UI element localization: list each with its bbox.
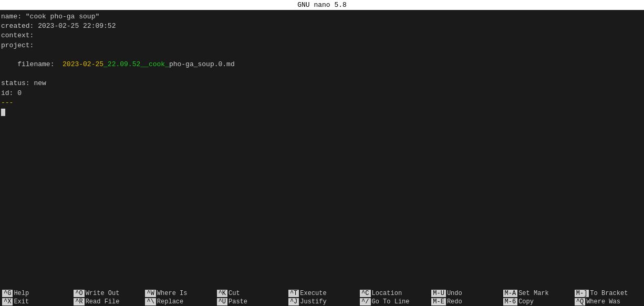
shortcut-row-2: ^X Exit ^R Read File ^\ Replace ^U Paste… bbox=[0, 298, 644, 306]
shortcut-key-to-bracket: M-] bbox=[575, 290, 589, 297]
shortcut-label-undo: Undo bbox=[447, 290, 462, 297]
title-text: GNU nano 5.8 bbox=[297, 1, 347, 9]
shortcut-label-to-bracket: To Bracket bbox=[590, 290, 628, 297]
shortcut-go-to-line[interactable]: ^/ Go To Line bbox=[358, 298, 429, 306]
shortcut-exit[interactable]: ^X Exit bbox=[0, 298, 71, 306]
filename-date: 2023-02-25 bbox=[63, 60, 103, 68]
shortcut-label-go-to-line: Go To Line bbox=[372, 298, 410, 305]
shortcut-redo[interactable]: M-E Redo bbox=[429, 298, 501, 306]
line-3: context: bbox=[1, 31, 643, 40]
shortcut-justify[interactable]: ^J Justify bbox=[286, 298, 358, 306]
shortcut-key-set-mark: M-A bbox=[503, 290, 518, 297]
shortcut-key-location: ^C bbox=[360, 290, 370, 297]
shortcut-key-help: ^G bbox=[2, 290, 13, 297]
filename-time: _22.09.52__ bbox=[103, 60, 149, 68]
shortcut-key-read-file: ^R bbox=[74, 298, 84, 305]
line-5: status: new bbox=[1, 79, 643, 88]
shortcut-key-where-is: ^W bbox=[145, 290, 155, 297]
shortcut-key-undo: M-U bbox=[431, 290, 446, 297]
shortcut-label-help: Help bbox=[14, 290, 29, 297]
line-separator: --- bbox=[1, 98, 643, 108]
shortcut-key-redo: M-E bbox=[431, 298, 446, 305]
title-bar: GNU nano 5.8 bbox=[0, 0, 644, 10]
shortcut-label-where-is: Where Is bbox=[157, 290, 188, 297]
shortcut-where-is[interactable]: ^W Where Is bbox=[143, 289, 214, 298]
shortcut-cut[interactable]: ^K Cut bbox=[215, 289, 286, 298]
shortcut-replace[interactable]: ^\ Replace bbox=[143, 298, 214, 306]
bottom-bar: ^G Help ^O Write Out ^W Where Is ^K Cut … bbox=[0, 289, 644, 306]
shortcut-label-replace: Replace bbox=[157, 298, 183, 305]
line-filename: filename: 2023-02-25_22.09.52__cook_pho-… bbox=[1, 50, 643, 79]
filename-suffix: pho-ga_soup.0.md bbox=[169, 60, 235, 68]
shortcut-key-write-out: ^O bbox=[74, 290, 84, 297]
shortcut-row-1: ^G Help ^O Write Out ^W Where Is ^K Cut … bbox=[0, 289, 644, 298]
shortcut-key-replace: ^\ bbox=[145, 298, 155, 305]
shortcut-set-mark[interactable]: M-A Set Mark bbox=[501, 289, 573, 298]
shortcut-label-read-file: Read File bbox=[86, 298, 120, 305]
shortcut-label-paste: Paste bbox=[228, 298, 247, 305]
shortcut-where-was[interactable]: ^Q Where Was bbox=[573, 298, 644, 306]
shortcut-key-copy: M-6 bbox=[503, 298, 518, 305]
shortcut-paste[interactable]: ^U Paste bbox=[215, 298, 286, 306]
shortcut-to-bracket[interactable]: M-] To Bracket bbox=[573, 289, 644, 298]
shortcut-copy[interactable]: M-6 Copy bbox=[501, 298, 573, 306]
line-6: id: 0 bbox=[1, 89, 643, 98]
filename-cook: cook_ bbox=[149, 60, 169, 68]
shortcut-key-go-to-line: ^/ bbox=[360, 298, 370, 305]
shortcut-label-cut: Cut bbox=[228, 290, 240, 297]
line-2: created: 2023-02-25 22:09:52 bbox=[1, 22, 643, 31]
shortcut-key-exit: ^X bbox=[2, 298, 13, 305]
line-cursor bbox=[1, 108, 643, 117]
shortcut-label-execute: Execute bbox=[300, 290, 326, 297]
shortcut-key-paste: ^U bbox=[217, 298, 227, 305]
shortcut-label-justify: Justify bbox=[300, 298, 326, 305]
editor-area[interactable]: name: "cook pho-ga soup" created: 2023-0… bbox=[0, 10, 644, 289]
shortcut-label-write-out: Write Out bbox=[86, 290, 120, 297]
filename-prefix: filename: bbox=[17, 60, 63, 68]
shortcut-undo[interactable]: M-U Undo bbox=[429, 289, 501, 298]
shortcut-execute[interactable]: ^T Execute bbox=[286, 289, 358, 298]
shortcut-key-execute: ^T bbox=[288, 290, 299, 297]
shortcut-key-cut: ^K bbox=[217, 290, 227, 297]
line-1: name: "cook pho-ga soup" bbox=[1, 12, 643, 22]
shortcut-label-where-was: Where Was bbox=[586, 298, 620, 305]
shortcut-label-location: Location bbox=[372, 290, 402, 297]
shortcut-read-file[interactable]: ^R Read File bbox=[71, 298, 143, 306]
shortcut-key-justify: ^J bbox=[288, 298, 299, 305]
shortcut-help[interactable]: ^G Help bbox=[0, 289, 71, 298]
line-4: project: bbox=[1, 41, 643, 50]
shortcut-label-redo: Redo bbox=[447, 298, 462, 305]
shortcut-location[interactable]: ^C Location bbox=[358, 289, 429, 298]
cursor bbox=[1, 109, 5, 116]
shortcut-label-copy: Copy bbox=[518, 298, 534, 305]
shortcut-label-set-mark: Set Mark bbox=[518, 290, 549, 297]
shortcut-write-out[interactable]: ^O Write Out bbox=[71, 289, 143, 298]
shortcut-label-exit: Exit bbox=[14, 298, 29, 305]
shortcut-key-where-was: ^Q bbox=[575, 298, 585, 305]
